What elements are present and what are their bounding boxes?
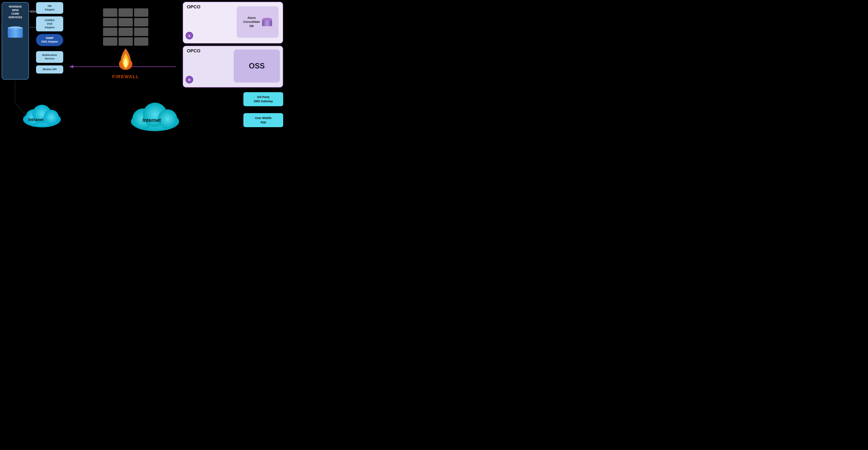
intranet-cloud	[21, 100, 63, 128]
intranet-label: Intranet	[28, 117, 43, 122]
firewall-flame-icon	[116, 47, 135, 73]
mobile-api-box: Mobile API	[36, 65, 63, 73]
brick-6	[134, 18, 148, 26]
notification-service-box: Notification Service	[36, 51, 63, 63]
brick-1	[103, 8, 117, 17]
oss-box: OSS	[234, 50, 280, 83]
brick-10	[103, 37, 117, 46]
svg-point-12	[44, 110, 59, 125]
brick-2	[119, 8, 133, 17]
brick-9	[134, 28, 148, 36]
alarm-label: Alarm Consolidate DB	[243, 16, 260, 28]
adapter-column: DB Adapter CORBA OSS Adapter SNMP OSS Ad…	[36, 2, 63, 73]
invendis-box: INVENDIS WFM CORE SERVICES	[2, 2, 29, 80]
opco-b-badge: B	[186, 76, 193, 83]
corba-adapter-box: CORBA OSS Adapter	[36, 16, 63, 32]
brick-4	[103, 18, 117, 26]
opco-top-title: OPCO	[187, 4, 200, 10]
opco-top-panel: OPCO Alarm Consolidate DB A	[183, 2, 283, 43]
firewall-label: FIREWALL	[112, 74, 139, 80]
brick-11	[119, 37, 133, 46]
brick-3	[134, 8, 148, 17]
invendis-label: INVENDIS WFM CORE SERVICES	[8, 5, 22, 19]
snmp-adapter-box: SNMP OSS Adapter	[36, 34, 63, 46]
internet-cloud	[128, 96, 182, 132]
alarm-db-icon	[262, 18, 272, 26]
firewall-area: FIREWALL	[96, 8, 155, 96]
firewall-bricks	[103, 8, 148, 46]
opco-a-badge: A	[186, 32, 193, 39]
brick-8	[119, 28, 133, 36]
invendis-db-icon	[8, 26, 23, 38]
alarm-consolidate-box: Alarm Consolidate DB	[237, 6, 279, 38]
db-adapter-box: DB Adapter	[36, 2, 63, 14]
internet-label: Internet	[143, 117, 161, 123]
user-mobile-box: User Mobile App	[243, 113, 283, 127]
sms-gateway-box: 3rd Party SMS Gateway	[243, 92, 283, 106]
brick-5	[119, 18, 133, 26]
opco-bottom-panel: OPCO OSS B	[183, 46, 283, 88]
brick-12	[134, 37, 148, 46]
brick-7	[103, 28, 117, 36]
oss-label: OSS	[249, 62, 265, 70]
opco-bottom-title: OPCO	[187, 48, 200, 54]
